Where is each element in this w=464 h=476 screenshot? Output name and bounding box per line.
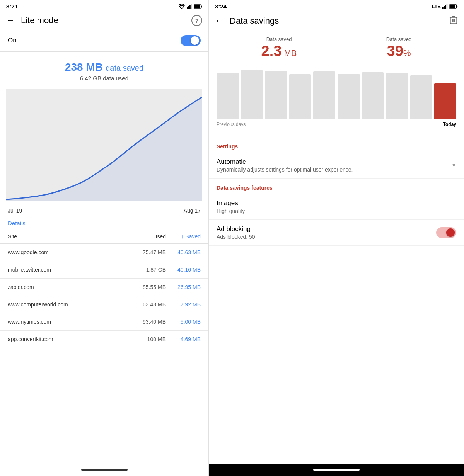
td-site: www.computerworld.com [8, 301, 131, 308]
data-saved-label: data saved [106, 64, 143, 72]
right-battery-icon [449, 4, 458, 9]
td-site: www.nytimes.com [8, 319, 131, 325]
td-saved: 7.92 MB [166, 301, 201, 308]
home-indicator [81, 469, 128, 471]
automatic-title: Automatic [217, 158, 452, 166]
images-desc: High quality [217, 208, 245, 214]
right-status-icons: LTE [432, 3, 458, 9]
data-saved-section: 238 MB data saved 6.42 GB data used [0, 52, 208, 86]
svg-rect-2 [188, 6, 189, 9]
ad-blocking-title: Ad blocking [217, 225, 255, 233]
bar-prev [241, 70, 263, 119]
td-site: www.google.com [8, 249, 131, 255]
right-app-bar: ← Data savings [209, 11, 464, 30]
td-used: 85.55 MB [131, 284, 166, 290]
td-saved: 4.69 MB [166, 336, 201, 342]
td-site: mobile.twitter.com [8, 267, 131, 273]
trash-icon-svg [449, 15, 458, 24]
toggle-row: On [0, 30, 208, 52]
wifi-icon [178, 4, 185, 9]
right-back-button[interactable]: ← [215, 16, 223, 26]
stat-percent: Data saved 39% [386, 36, 412, 58]
table-row: www.computerworld.com 63.43 MB 7.92 MB [0, 296, 208, 313]
svg-rect-15 [450, 5, 455, 8]
right-page-title: Data savings [230, 16, 443, 26]
svg-rect-12 [447, 4, 448, 9]
stat-mb-label: Data saved [261, 36, 297, 42]
stat-percent-unit: % [403, 48, 411, 58]
col-site-header: Site [8, 233, 131, 240]
td-used: 1.87 GB [131, 267, 166, 273]
svg-rect-14 [457, 5, 458, 7]
ad-blocking-desc: Ads blocked: 50 [217, 234, 255, 240]
bar-prev [386, 73, 408, 119]
bar-prev [313, 71, 335, 119]
table-row: mobile.twitter.com 1.87 GB 40.16 MB [0, 261, 208, 279]
date-start: Jul 19 [8, 207, 22, 214]
lte-label: LTE [432, 3, 441, 9]
td-saved: 26.95 MB [166, 284, 201, 290]
table-header: Site Used ↓ Saved [0, 230, 208, 244]
stat-mb: Data saved 2.3 MB [261, 36, 297, 58]
right-home-indicator [313, 469, 360, 471]
svg-rect-10 [444, 6, 445, 9]
trash-icon-button[interactable] [449, 15, 458, 26]
dropdown-arrow-icon: ▼ [452, 163, 456, 168]
table-row: www.google.com 75.47 MB 40.63 MB [0, 244, 208, 261]
line-chart [6, 89, 202, 201]
td-saved: 5.00 MB [166, 319, 201, 325]
bar-chart: 100% 50% Previous days Today [215, 65, 458, 134]
left-back-button[interactable]: ← [6, 15, 15, 26]
x-label-prev: Previous days [217, 122, 246, 127]
date-end: Aug 17 [184, 207, 201, 214]
bar-prev [362, 72, 384, 119]
td-site: zapier.com [8, 284, 131, 290]
date-range: Jul 19 Aug 17 [0, 204, 208, 217]
left-status-icons [178, 4, 202, 9]
table-row: www.nytimes.com 93.40 MB 5.00 MB [0, 313, 208, 331]
bar-prev [338, 74, 360, 119]
right-panel: 3:24 LTE ← Data savings [209, 0, 464, 476]
help-icon-button[interactable]: ? [191, 15, 202, 26]
bar-prev [289, 74, 311, 119]
td-site: app.convertkit.com [8, 336, 131, 342]
settings-section-header: Settings [209, 137, 464, 153]
svg-rect-1 [187, 7, 188, 9]
details-link[interactable]: Details [0, 217, 208, 230]
svg-rect-11 [445, 5, 446, 9]
data-saved-number: 238 MB [65, 61, 103, 73]
bar-prev [217, 73, 239, 119]
col-saved-header: ↓ Saved [166, 233, 201, 240]
ad-blocking-toggle[interactable] [436, 227, 456, 238]
left-app-bar: ← Lite mode ? [0, 11, 208, 30]
saved-arrow: ↓ [181, 233, 184, 240]
left-time: 3:21 [6, 3, 18, 10]
toggle-label: On [8, 37, 17, 44]
bottom-bar [0, 464, 208, 476]
images-title: Images [217, 199, 245, 207]
svg-rect-6 [201, 5, 202, 7]
svg-rect-3 [189, 5, 191, 9]
lite-mode-toggle[interactable] [181, 35, 201, 46]
td-used: 93.40 MB [131, 319, 166, 325]
bar-chart-inner: 100% 50% [215, 65, 458, 119]
svg-rect-4 [191, 4, 192, 9]
right-time: 3:24 [215, 3, 227, 10]
td-used: 100 MB [131, 336, 166, 342]
left-status-bar: 3:21 [0, 0, 208, 11]
right-status-bar: 3:24 LTE [209, 0, 464, 11]
right-bottom-bar [209, 464, 464, 476]
x-axis-labels: Previous days Today [215, 120, 458, 127]
bar-prev [265, 71, 287, 119]
automatic-setting[interactable]: Automatic Dynamically adjusts settings f… [209, 153, 464, 178]
td-saved: 40.16 MB [166, 267, 201, 273]
images-feature: Images High quality [209, 194, 464, 220]
left-panel: 3:21 ← Lite mode ? [0, 0, 209, 476]
td-saved: 40.63 MB [166, 249, 201, 255]
signal-icon [187, 4, 192, 9]
left-page-title: Lite mode [21, 15, 185, 26]
stat-percent-label: Data saved [386, 36, 412, 42]
data-used: 6.42 GB data used [6, 75, 202, 82]
td-used: 63.43 MB [131, 301, 166, 308]
battery-icon [194, 4, 202, 9]
